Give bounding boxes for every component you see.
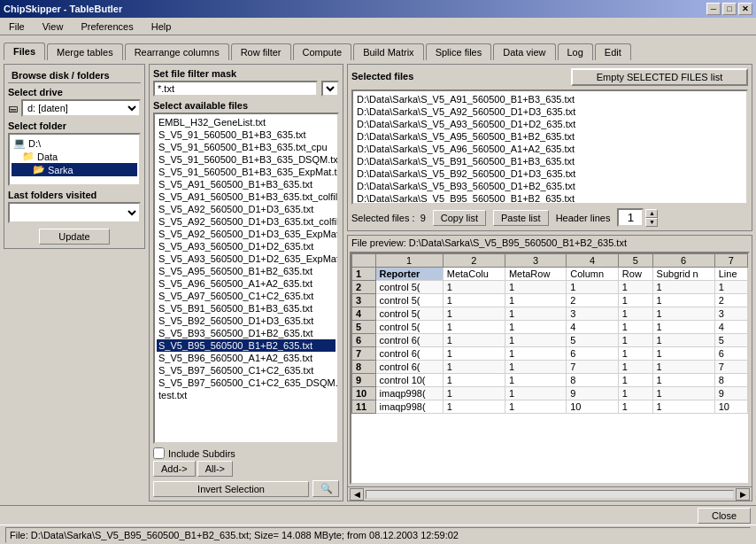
file-item[interactable]: S_V5_B91_560500_B1+B3_635.txt: [157, 302, 336, 315]
col-header-6: 6: [652, 254, 714, 268]
file-item[interactable]: S_V5_B93_560500_D1+B2_635.txt: [157, 327, 336, 339]
filter-dropdown[interactable]: ▼: [321, 81, 339, 97]
cell: control 10(: [375, 374, 443, 387]
tab-edit[interactable]: Edit: [595, 43, 631, 60]
drive-select[interactable]: d: [daten]: [21, 99, 141, 117]
include-subdirs-checkbox[interactable]: [153, 447, 165, 459]
invert-selection-button[interactable]: Invert Selection: [153, 481, 309, 497]
header-lines-input[interactable]: [617, 208, 644, 227]
table-row: 3 control 5( 1 1 2 1 1 2: [352, 294, 748, 307]
menu-file[interactable]: File: [4, 19, 30, 34]
file-item-selected[interactable]: S_V5_B95_560500_B1+B2_635.txt: [157, 339, 336, 352]
maximize-button[interactable]: □: [722, 3, 737, 15]
file-item[interactable]: S_V5_A97_560500_C1+C2_635.txt: [157, 290, 336, 302]
folder-tree[interactable]: 💻 D:\ 📁 Data 📂 Sarka: [8, 133, 141, 186]
selected-file-item: D:\Data\Sarka\S_V5_B93_560500_D1+B2_635.…: [355, 180, 744, 192]
selected-count-label: Selected files : 9: [351, 213, 426, 223]
empty-list-button[interactable]: Empty SELECTED FILES list: [571, 68, 748, 86]
file-item[interactable]: EMBL_H32_GeneList.txt: [157, 116, 336, 128]
add-button[interactable]: Add->: [153, 461, 196, 477]
file-item[interactable]: S_V5_A92_560500_D1+D3_635_ExpMat.txt: [157, 228, 336, 240]
file-item[interactable]: S_V5_91_560500_B1+B3_635_DSQM.txt: [157, 153, 336, 166]
cell: 1: [505, 400, 566, 414]
all-button[interactable]: All->: [197, 461, 233, 477]
cell: 8: [714, 374, 747, 387]
search-button[interactable]: 🔍: [312, 480, 339, 497]
tab-files[interactable]: Files: [4, 43, 45, 60]
tab-splice-files[interactable]: Splice files: [426, 43, 492, 60]
scroll-left-button[interactable]: ◀: [350, 488, 364, 501]
cell: 1: [618, 387, 652, 400]
minimize-button[interactable]: ─: [706, 3, 721, 15]
close-title-button[interactable]: ✕: [738, 3, 752, 15]
update-button[interactable]: Update: [39, 229, 110, 245]
table-row: 11 imaqp998( 1 1 10 1 1 10: [352, 400, 748, 414]
file-item[interactable]: S_V5_B97_560500_C1+C2_635.txt: [157, 364, 336, 377]
file-item[interactable]: S_V5_A95_560500_B1+B2_635.txt: [157, 265, 336, 277]
cell: imaqp998(: [375, 387, 443, 400]
file-item[interactable]: S_V5_A93_560500_D1+D2_635.txt: [157, 240, 336, 253]
add-row: Add-> All->: [153, 461, 339, 477]
cell: 4: [714, 321, 747, 334]
file-item[interactable]: S_V5_91_560500_B1+B3_635_ExpMat.txt: [157, 166, 336, 178]
drive-icon: 🖴: [8, 103, 18, 113]
preview-scrollbar[interactable]: ◀ ▶: [348, 486, 752, 501]
spinner-buttons: ▲ ▼: [645, 209, 658, 227]
menu-help[interactable]: Help: [146, 19, 177, 34]
files-list[interactable]: EMBL_H32_GeneList.txt S_V5_91_560500_B1+…: [153, 113, 339, 444]
tab-data-view[interactable]: Data view: [493, 43, 555, 60]
col-header-row-num: [352, 254, 376, 268]
file-item[interactable]: S_V5_A91_560500_B1+B3_635.txt_colfilter: [157, 190, 336, 203]
folder-name-sarka: Sarka: [48, 165, 73, 175]
selected-files-list[interactable]: D:\Data\Sarka\S_V5_A91_560500_B1+B3_635.…: [351, 89, 748, 205]
preview-table-wrapper[interactable]: 1 2 3 4 5 6 7 1 Reporter M: [350, 252, 750, 485]
file-item[interactable]: S_V5_B92_560500_D1+D3_635.txt: [157, 315, 336, 327]
menu-view[interactable]: View: [37, 19, 69, 34]
cell: 1: [505, 347, 566, 361]
spinner-up-button[interactable]: ▲: [645, 209, 658, 218]
cell: 1: [505, 334, 566, 347]
cell: MetaColu: [443, 268, 505, 281]
filter-input[interactable]: [153, 81, 318, 97]
row-num: 8: [352, 361, 376, 374]
cell: 1: [618, 374, 652, 387]
tab-compute[interactable]: Compute: [293, 43, 352, 60]
tab-log[interactable]: Log: [558, 43, 593, 60]
file-item[interactable]: S_V5_91_560500_B1+B3_635.txt: [157, 128, 336, 141]
file-item[interactable]: S_V5_B97_560500_C1+C2_635_DSQM.txt: [157, 377, 336, 389]
file-item[interactable]: S_V5_A92_560500_D1+D3_635.txt: [157, 203, 336, 215]
file-item[interactable]: S_V5_A92_560500_D1+D3_635.txt_colfilter: [157, 215, 336, 228]
col-header-1: 1: [375, 254, 443, 268]
folder-item-data[interactable]: 📁 Data: [12, 150, 137, 163]
file-item[interactable]: S_V5_A91_560500_B1+B3_635.txt: [157, 178, 336, 190]
left-panel: Browse disk / folders Select drive 🖴 d: …: [4, 64, 145, 501]
close-button[interactable]: Close: [698, 508, 751, 524]
row-num: 5: [352, 321, 376, 334]
file-item[interactable]: test.txt: [157, 389, 336, 401]
table-row: 8 control 6( 1 1 7 1 1 7: [352, 361, 748, 374]
spinner-down-button[interactable]: ▼: [645, 218, 658, 227]
tab-build-matrix[interactable]: Build Matrix: [353, 43, 423, 60]
cell: control 6(: [375, 361, 443, 374]
file-item[interactable]: S_V5_A93_560500_D1+D2_635_ExpMat.txt: [157, 253, 336, 265]
cell: 2: [567, 294, 619, 307]
tab-row-filter[interactable]: Row filter: [231, 43, 291, 60]
tab-merge-tables[interactable]: Merge tables: [47, 43, 123, 60]
folder-item-sarka[interactable]: 📂 Sarka: [12, 163, 137, 176]
tab-rearrange-columns[interactable]: Rearrange columns: [125, 43, 229, 60]
file-item[interactable]: S_V5_91_560500_B1+B3_635.txt_cpu: [157, 141, 336, 153]
menu-preferences[interactable]: Preferences: [75, 19, 138, 34]
file-item[interactable]: S_V5_A96_560500_A1+A2_635.txt: [157, 277, 336, 290]
cell: 1: [618, 321, 652, 334]
last-folders-select[interactable]: [8, 202, 141, 223]
cell: Subgrid n: [652, 268, 714, 281]
scroll-right-button[interactable]: ▶: [736, 488, 750, 501]
drive-label: Select drive: [8, 87, 141, 97]
app-title: ChipSkipper - TableButler: [4, 4, 122, 14]
paste-list-button[interactable]: Paste list: [493, 210, 549, 226]
file-item[interactable]: S_V5_B96_560500_A1+A2_635.txt: [157, 352, 336, 364]
preview-title: File preview: D:\Data\Sarka\S_V5_B95_560…: [348, 236, 752, 250]
cell: imaqp998(: [375, 400, 443, 414]
folder-item-d[interactable]: 💻 D:\: [12, 136, 137, 150]
copy-list-button[interactable]: Copy list: [433, 210, 486, 226]
